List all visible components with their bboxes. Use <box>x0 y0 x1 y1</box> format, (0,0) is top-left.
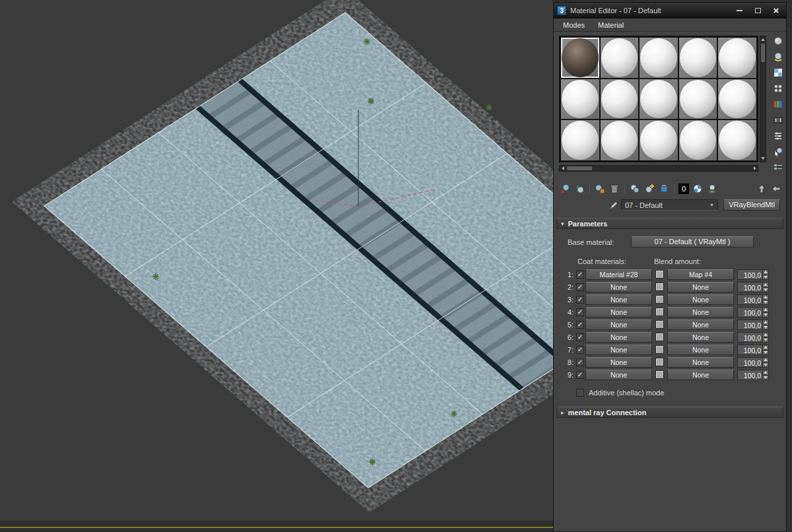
coat-color-swatch[interactable] <box>655 345 664 354</box>
spinner-down-icon[interactable] <box>763 275 768 280</box>
spinner-up-icon[interactable] <box>763 270 768 275</box>
sample-slot[interactable] <box>679 79 717 119</box>
reset-material-icon[interactable] <box>609 183 620 195</box>
slots-vertical-scrollbar[interactable] <box>760 36 766 162</box>
coat-material-button[interactable]: None <box>585 370 652 380</box>
make-unique-icon[interactable] <box>644 183 655 195</box>
scrollbar-thumb[interactable] <box>761 44 765 62</box>
spinner-down-icon[interactable] <box>763 313 768 317</box>
coat-map-button[interactable]: None <box>667 345 734 355</box>
material-name-dropdown[interactable]: 07 - Default ▼ <box>621 199 718 211</box>
coat-map-button[interactable]: None <box>667 370 734 380</box>
coat-map-button[interactable]: None <box>667 307 734 317</box>
scroll-down-icon[interactable] <box>760 156 766 161</box>
coat-row-checkbox[interactable]: ✓ <box>576 283 584 291</box>
go-forward-to-sibling-icon[interactable] <box>770 183 782 195</box>
coat-row-checkbox[interactable]: ✓ <box>576 321 584 329</box>
put-material-to-scene-icon[interactable] <box>574 183 585 195</box>
mental-ray-rollout-header[interactable]: ▸ mental ray Connection <box>556 407 783 418</box>
sample-slot[interactable] <box>679 38 717 78</box>
coat-color-swatch[interactable] <box>655 270 664 279</box>
sample-slot[interactable] <box>718 79 756 119</box>
spinner-down-icon[interactable] <box>763 363 768 368</box>
sample-type-sphere-icon[interactable] <box>773 36 783 46</box>
spinner-up-icon[interactable] <box>763 333 768 338</box>
blend-amount-spinner[interactable]: 100,0 <box>737 294 769 305</box>
make-material-copy-icon[interactable] <box>629 183 641 195</box>
coat-material-button[interactable]: None <box>585 307 652 317</box>
spinner-down-icon[interactable] <box>763 376 768 380</box>
coat-material-button[interactable]: None <box>585 294 652 305</box>
coat-map-button[interactable]: Map #4 <box>667 269 734 280</box>
video-color-check-icon[interactable] <box>773 99 783 110</box>
coat-material-button[interactable]: None <box>585 319 652 330</box>
coat-row-checkbox[interactable]: ✓ <box>576 358 584 366</box>
coat-material-button[interactable]: None <box>585 332 652 343</box>
coat-material-button[interactable]: None <box>585 357 652 368</box>
background-icon[interactable] <box>773 67 783 78</box>
select-by-material-icon[interactable] <box>773 147 783 157</box>
blend-amount-spinner[interactable]: 100,0 <box>737 332 769 343</box>
scroll-left-icon[interactable] <box>560 166 566 171</box>
sample-slot[interactable] <box>601 79 639 119</box>
material-id-channel-button[interactable]: 0 <box>678 183 689 194</box>
titlebar[interactable]: 3 Material Editor - 07 - Default × <box>554 3 786 18</box>
restore-button[interactable] <box>751 5 764 15</box>
coat-material-button[interactable]: None <box>585 282 652 292</box>
coat-row-checkbox[interactable]: ✓ <box>576 346 584 354</box>
sample-slot[interactable] <box>640 38 678 78</box>
blend-amount-spinner[interactable]: 100,0 <box>737 370 769 380</box>
menu-material[interactable]: Material <box>593 20 629 30</box>
sample-slot[interactable] <box>640 79 678 119</box>
material-type-button[interactable]: VRayBlendMtl <box>723 199 780 211</box>
coat-map-button[interactable]: None <box>667 319 734 330</box>
blend-amount-spinner[interactable]: 100,0 <box>737 307 769 317</box>
viewport[interactable] <box>0 0 553 532</box>
get-material-icon[interactable] <box>559 183 571 195</box>
sample-slot[interactable] <box>601 120 639 160</box>
spinner-down-icon[interactable] <box>763 350 768 355</box>
coat-color-swatch[interactable] <box>655 295 664 304</box>
sample-slot[interactable] <box>601 38 639 78</box>
go-to-parent-icon[interactable] <box>756 183 768 195</box>
scrollbar-thumb[interactable] <box>567 166 592 170</box>
coat-map-button[interactable]: None <box>667 357 734 368</box>
blend-amount-spinner[interactable]: 100,0 <box>737 282 769 292</box>
material-map-navigator-icon[interactable] <box>773 162 783 173</box>
spinner-down-icon[interactable] <box>763 300 768 305</box>
coat-map-button[interactable]: None <box>667 282 734 292</box>
coat-color-swatch[interactable] <box>655 370 664 379</box>
coat-row-checkbox[interactable]: ✓ <box>576 271 584 279</box>
blend-amount-spinner[interactable]: 100,0 <box>737 319 769 330</box>
slots-horizontal-scrollbar[interactable] <box>559 165 758 172</box>
sample-slot[interactable] <box>718 120 756 160</box>
menu-modes[interactable]: Modes <box>558 20 590 30</box>
coat-row-checkbox[interactable]: ✓ <box>576 333 584 341</box>
sample-slot[interactable] <box>718 38 756 78</box>
sample-slot[interactable] <box>679 120 717 160</box>
parameters-rollout-header[interactable]: ▾ Parameters <box>556 218 783 229</box>
coat-color-swatch[interactable] <box>655 283 664 291</box>
coat-row-checkbox[interactable]: ✓ <box>576 371 584 379</box>
blend-amount-spinner[interactable]: 100,0 <box>737 269 769 280</box>
sample-slot[interactable] <box>640 120 678 160</box>
show-end-result-icon[interactable] <box>706 183 718 195</box>
coat-map-button[interactable]: None <box>667 332 734 343</box>
close-button[interactable]: × <box>770 5 783 15</box>
coat-map-button[interactable]: None <box>667 294 734 305</box>
put-to-library-icon[interactable] <box>658 183 670 195</box>
spinner-up-icon[interactable] <box>763 358 768 363</box>
coat-row-checkbox[interactable]: ✓ <box>576 296 584 304</box>
coat-row-checkbox[interactable]: ✓ <box>576 308 584 316</box>
backlight-icon[interactable] <box>773 51 783 62</box>
sample-slot-active[interactable] <box>561 38 599 78</box>
coat-color-swatch[interactable] <box>655 308 664 316</box>
base-material-button[interactable]: 07 - Default ( VRayMtl ) <box>631 236 754 248</box>
assign-material-to-selection-icon[interactable] <box>594 183 606 195</box>
coat-color-swatch[interactable] <box>655 333 664 341</box>
sample-slot[interactable] <box>561 120 599 160</box>
minimize-button[interactable] <box>733 5 746 15</box>
spinner-up-icon[interactable] <box>763 308 768 313</box>
show-map-in-viewport-icon[interactable] <box>692 183 704 195</box>
make-preview-icon[interactable] <box>773 115 783 125</box>
